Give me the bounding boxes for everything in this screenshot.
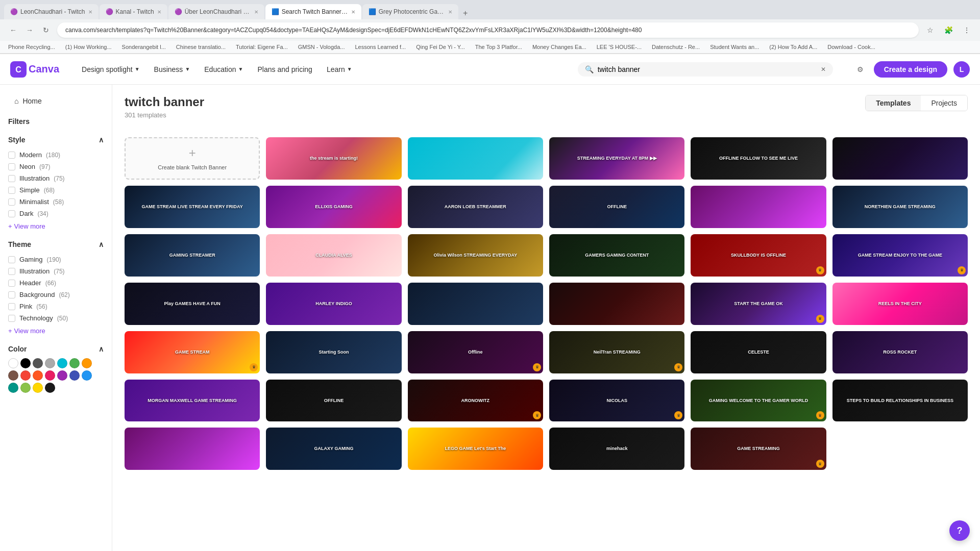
url-input[interactable] (57, 22, 919, 38)
bookmark-8[interactable]: The Top 3 Platfor... (473, 43, 524, 51)
logo[interactable]: C Canva (10, 61, 59, 78)
nav-item-plans-and-pricing[interactable]: Plans and pricing (251, 62, 318, 77)
color-swatch-8[interactable] (20, 370, 31, 381)
template-card-4[interactable]: OFFLINE FOLLOW TO SEE ME LIVE (691, 137, 826, 180)
forward-button[interactable]: → (22, 23, 37, 37)
style-checkbox-0[interactable] (8, 152, 15, 159)
template-card-31[interactable]: OFFLINE (266, 380, 401, 422)
color-swatch-15[interactable] (20, 383, 31, 393)
template-card-1[interactable]: the stream is starting! (266, 137, 401, 180)
template-card-33[interactable]: NICOLAS♛ (549, 380, 684, 422)
browser-tab-4[interactable]: 🟦Grey Photocentric Game Nigh...✕ (362, 4, 458, 19)
template-card-37[interactable]: GALAXY GAMING (266, 428, 401, 470)
template-card-19[interactable]: HARLEY INDIGO (266, 283, 401, 325)
bookmark-5[interactable]: GMSN - Vologda... (296, 43, 347, 51)
theme-checkbox-4[interactable] (8, 303, 15, 310)
template-card-18[interactable]: Play GAMES HAVE A FUN (125, 283, 260, 325)
bookmark-2[interactable]: Sonderangebit l... (120, 43, 168, 51)
style-view-more[interactable]: +View more (8, 222, 104, 230)
template-card-6[interactable]: GAME STREAM LIVE STREAM EVERY FRIDAY (125, 186, 260, 228)
template-card-7[interactable]: ELLIXIS GAMING (266, 186, 401, 228)
color-swatch-16[interactable] (33, 383, 43, 393)
tab-templates[interactable]: Templates (866, 95, 921, 111)
template-card-28[interactable]: CELESTE (691, 331, 826, 373)
style-filter-item-3[interactable]: Simple(68) (8, 184, 104, 196)
theme-filter-item-3[interactable]: Background(62) (8, 289, 104, 300)
bookmark-11[interactable]: Datenschutz - Re... (650, 43, 702, 51)
color-swatch-6[interactable] (82, 358, 92, 368)
back-button[interactable]: ← (6, 23, 20, 37)
color-swatch-3[interactable] (45, 358, 55, 368)
style-filter-item-1[interactable]: Neon(97) (8, 161, 104, 172)
template-card-14[interactable]: Olivia Wilson STREAMING EVERYDAY (408, 234, 543, 277)
template-card-29[interactable]: ROSS ROCKET (832, 331, 968, 373)
template-card-34[interactable]: GAMING WELCOME TO THE GAMER WORLD♛ (691, 380, 826, 422)
browser-tab-2[interactable]: 🟣Über LeonChaudhari - Twitch✕ (168, 4, 264, 19)
bookmark-6[interactable]: Lessons Learned f... (353, 43, 408, 51)
color-swatch-17[interactable] (45, 383, 55, 393)
template-card-39[interactable]: minehack (549, 428, 684, 470)
template-card-11[interactable]: NORETHIEN GAME STREAMING (832, 186, 968, 228)
settings-icon-button[interactable]: ⚙ (853, 62, 868, 77)
create-design-button[interactable]: Create a design (874, 61, 947, 78)
style-filter-item-2[interactable]: Illustration(75) (8, 172, 104, 184)
template-card-2[interactable] (408, 137, 543, 180)
sidebar-home[interactable]: ⌂ Home (8, 93, 104, 109)
bookmark-13[interactable]: (2) How To Add A... (767, 43, 819, 51)
template-card-38[interactable]: LEGO GAME Let's Start The (408, 428, 543, 470)
theme-checkbox-1[interactable] (8, 268, 15, 275)
color-swatch-5[interactable] (69, 358, 80, 368)
color-swatch-0[interactable] (8, 358, 18, 368)
color-filter-title[interactable]: Color ∧ (8, 345, 104, 353)
reload-button[interactable]: ↻ (39, 23, 53, 37)
template-card-24[interactable]: GAME STREAM♛ (125, 331, 260, 373)
blank-template-card[interactable]: + Create blank Twitch Banner (125, 137, 260, 180)
bookmark-3[interactable]: Chinese translatio... (174, 43, 228, 51)
search-input[interactable] (598, 65, 817, 73)
template-card-9[interactable]: OFFLINE (549, 186, 684, 228)
template-card-15[interactable]: GAMERS GAMING CONTENT (549, 234, 684, 277)
template-card-8[interactable]: AARON LOEB STREAMMER (408, 186, 543, 228)
template-card-35[interactable]: STEPS TO BUILD RELATIONSHIPS IN BUSINESS (832, 380, 968, 422)
theme-filter-item-0[interactable]: Gaming(190) (8, 254, 104, 265)
template-card-23[interactable]: REELS IN THE CITY (832, 283, 968, 325)
tab-projects[interactable]: Projects (921, 95, 967, 111)
template-card-26[interactable]: Offline♛ (408, 331, 543, 373)
theme-checkbox-2[interactable] (8, 280, 15, 287)
theme-filter-item-2[interactable]: Header(66) (8, 277, 104, 289)
color-swatch-1[interactable] (20, 358, 31, 368)
template-card-5[interactable] (832, 137, 968, 180)
template-card-13[interactable]: CLAUDIA ALVES (266, 234, 401, 277)
search-clear-button[interactable]: ✕ (821, 66, 826, 73)
nav-item-learn[interactable]: Learn▼ (321, 62, 358, 77)
template-card-16[interactable]: SKULLBODY IS OFFLINE♛ (691, 234, 826, 277)
template-card-40[interactable]: GAME STREAMING♛ (691, 428, 826, 470)
color-swatch-9[interactable] (33, 370, 43, 381)
color-swatch-14[interactable] (8, 383, 18, 393)
tab-close-3[interactable]: ✕ (351, 9, 355, 15)
style-filter-item-0[interactable]: Modern(180) (8, 149, 104, 161)
tab-close-2[interactable]: ✕ (254, 9, 258, 15)
theme-filter-item-4[interactable]: Pink(56) (8, 300, 104, 312)
bookmark-12[interactable]: Student Wants an... (708, 43, 761, 51)
bookmark-0[interactable]: Phone Recycling... (6, 43, 57, 51)
template-card-20[interactable] (408, 283, 543, 325)
theme-filter-item-5[interactable]: Technology(50) (8, 312, 104, 324)
template-card-10[interactable] (691, 186, 826, 228)
bookmark-1[interactable]: (1) How Working... (63, 43, 114, 51)
style-checkbox-4[interactable] (8, 198, 15, 206)
theme-checkbox-3[interactable] (8, 291, 15, 298)
avatar[interactable]: L (953, 61, 970, 78)
color-swatch-12[interactable] (69, 370, 80, 381)
theme-checkbox-0[interactable] (8, 256, 15, 263)
template-card-32[interactable]: ARONOWITZ♛ (408, 380, 543, 422)
new-tab-button[interactable]: + (459, 7, 472, 19)
color-swatch-13[interactable] (82, 370, 92, 381)
tab-close-1[interactable]: ✕ (157, 9, 161, 15)
color-swatch-11[interactable] (57, 370, 67, 381)
template-card-21[interactable] (549, 283, 684, 325)
browser-tab-3[interactable]: 🟦Search Twitch Banner - Canva✕ (265, 4, 361, 19)
style-checkbox-3[interactable] (8, 187, 15, 194)
theme-checkbox-5[interactable] (8, 315, 15, 322)
template-card-36[interactable] (125, 428, 260, 470)
